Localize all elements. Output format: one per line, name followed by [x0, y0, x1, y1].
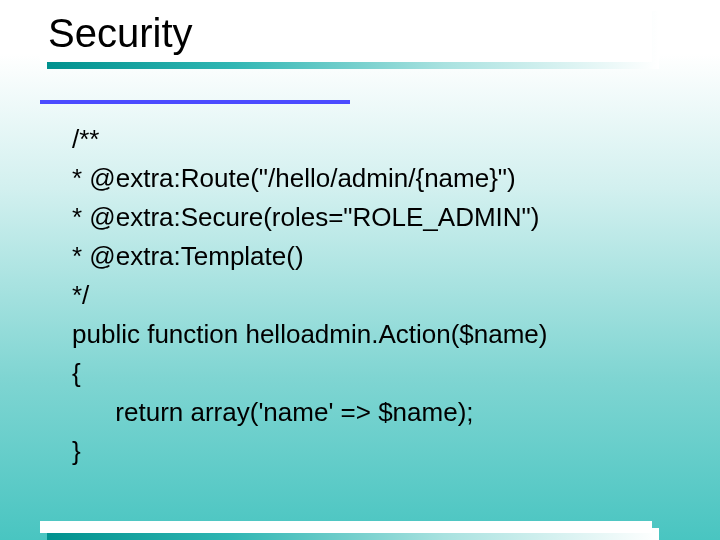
code-line: * @extra:Route("/hello/admin/{name}"): [72, 159, 662, 198]
footer-bar: [40, 521, 652, 533]
code-line: * @extra:Template(): [72, 237, 662, 276]
code-block: /** * @extra:Route("/hello/admin/{name}"…: [72, 120, 662, 471]
code-line: */: [72, 276, 662, 315]
page-title: Security: [48, 11, 193, 56]
code-line: {: [72, 354, 662, 393]
title-bar: Security: [40, 4, 652, 62]
title-underline: [40, 100, 350, 104]
code-line: * @extra:Secure(roles="ROLE_ADMIN"): [72, 198, 662, 237]
code-line: public function helloadmin.Action($name): [72, 315, 662, 354]
code-line: }: [72, 432, 662, 471]
code-line: /**: [72, 120, 662, 159]
slide: Security /** * @extra:Route("/hello/admi…: [0, 0, 720, 540]
code-line: return array('name' => $name);: [72, 393, 662, 432]
